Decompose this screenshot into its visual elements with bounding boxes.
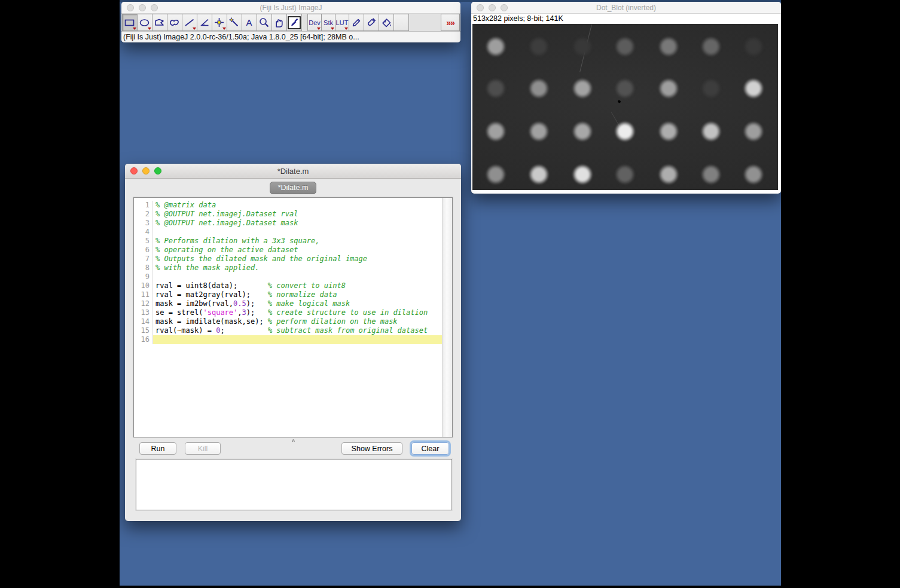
line-number: 10 — [134, 281, 153, 290]
zoom-window-button[interactable] — [154, 167, 161, 174]
image-info-bar: 513x282 pixels; 8-bit; 141K — [471, 14, 781, 23]
line-number: 6 — [134, 246, 153, 255]
close-button[interactable] — [127, 4, 134, 11]
line-content: % @OUTPUT net.imagej.Dataset mask — [153, 219, 442, 228]
tool-rectangle[interactable] — [122, 14, 138, 31]
zoom-window-button[interactable] — [501, 4, 508, 11]
code-line-14[interactable]: 14mask = imdilate(mask,se); % perform di… — [134, 317, 442, 326]
tool-wand[interactable] — [227, 14, 242, 31]
line-number: 14 — [134, 317, 153, 326]
tool-spare — [393, 14, 409, 31]
line-content: % Outputs the dilated mask and the origi… — [153, 255, 442, 264]
imagej-window-controls — [127, 2, 158, 13]
code-line-12[interactable]: 12mask = im2bw(rval,0.5); % make logical… — [134, 299, 442, 308]
dotblot-window-controls — [477, 2, 508, 13]
imagej-titlebar[interactable]: (Fiji Is Just) ImageJ — [121, 2, 460, 14]
tool-polygon[interactable] — [152, 14, 167, 31]
tool-menu-indicator-icon — [133, 27, 136, 30]
tool-point[interactable] — [212, 14, 227, 31]
imagej-toolbar: ADevStkLUT»» — [121, 14, 460, 32]
code-line-7[interactable]: 7% Outputs the dilated mask and the orig… — [134, 255, 442, 264]
blot-dot-r4c5 — [658, 164, 679, 185]
line-content: % Performs dilation with a 3x3 square, — [153, 237, 442, 246]
tool-menu-indicator-icon — [148, 27, 151, 30]
minimize-button[interactable] — [489, 4, 496, 11]
tool-angle[interactable] — [197, 14, 212, 31]
svg-text:A: A — [246, 17, 252, 27]
splitter-grip-icon — [291, 439, 295, 442]
editor-window-controls — [130, 164, 161, 178]
code-line-6[interactable]: 6% operating on the active dataset — [134, 246, 442, 255]
tab-dilate-m[interactable]: *Dilate.m — [270, 182, 317, 194]
code-panel: 1% @matrix data2% @OUTPUT net.imagej.Dat… — [133, 197, 453, 437]
blot-dot-r4c3 — [572, 164, 593, 185]
dotblot-titlebar[interactable]: Dot_Blot (inverted) — [471, 2, 781, 14]
tool-stk[interactable]: Stk — [321, 14, 335, 31]
line-number: 16 — [134, 335, 153, 344]
blot-dot-r1c2 — [529, 36, 549, 57]
tool-oval[interactable] — [137, 14, 152, 31]
editor-titlebar[interactable]: *Dilate.m — [125, 164, 461, 179]
vertical-scrollbar[interactable] — [442, 198, 452, 437]
minimize-button[interactable] — [139, 4, 146, 11]
code-line-16[interactable]: 16 — [134, 335, 442, 344]
code-line-11[interactable]: 11rval = mat2gray(rval); % normalize dat… — [134, 290, 442, 299]
close-button[interactable] — [477, 4, 484, 11]
line-content: % @OUTPUT net.imagej.Dataset rval — [153, 210, 442, 219]
code-line-5[interactable]: 5% Performs dilation with a 3x3 square, — [134, 237, 442, 246]
code-line-3[interactable]: 3% @OUTPUT net.imagej.Dataset mask — [134, 219, 442, 228]
dotblot-window-title: Dot_Blot (inverted) — [596, 4, 656, 12]
tool-more-label: »» — [446, 18, 454, 27]
code-line-8[interactable]: 8% with the mask applied. — [134, 264, 442, 272]
blot-dot-r1c3 — [572, 36, 593, 57]
blot-dot-r3c1 — [486, 121, 506, 142]
dot-blot-image[interactable] — [472, 24, 778, 190]
code-line-4[interactable]: 4 — [134, 228, 442, 237]
kill-button[interactable]: Kill — [185, 442, 221, 455]
tool-pencil[interactable] — [349, 14, 364, 31]
code-line-10[interactable]: 10rval = uint8(data); % convert to uint8 — [134, 281, 442, 290]
editor-output-console[interactable] — [136, 459, 452, 510]
editor-tabstrip: *Dilate.m — [125, 182, 461, 195]
close-button[interactable] — [130, 167, 138, 174]
script-editor-window: *Dilate.m *Dilate.m 1% @matrix data2% @O… — [125, 164, 461, 521]
run-button[interactable]: Run — [139, 442, 176, 455]
code-line-2[interactable]: 2% @OUTPUT net.imagej.Dataset rval — [134, 210, 442, 219]
tool-freehand[interactable] — [167, 14, 182, 31]
zoom-window-button[interactable] — [151, 4, 158, 11]
blot-dot-r1c6 — [701, 36, 721, 57]
blot-dot-r4c7 — [743, 164, 764, 185]
code-editor-area[interactable]: 1% @matrix data2% @OUTPUT net.imagej.Dat… — [134, 198, 442, 437]
tool-hand[interactable] — [271, 14, 287, 31]
line-number: 2 — [134, 210, 153, 219]
code-line-13[interactable]: 13se = strel('square',3); % create struc… — [134, 308, 442, 317]
blot-dot-r2c4 — [615, 78, 635, 99]
code-line-9[interactable]: 9 — [134, 272, 442, 281]
tool-dev[interactable]: Dev — [307, 14, 322, 31]
dotblot-window: Dot_Blot (inverted) 513x282 pixels; 8-bi… — [471, 2, 781, 194]
show-errors-button[interactable]: Show Errors — [341, 442, 402, 455]
blot-dot-r1c1 — [486, 36, 506, 57]
blot-dot-r3c2 — [529, 121, 549, 142]
tool-menu-indicator-icon — [193, 27, 196, 30]
line-number: 1 — [134, 201, 153, 210]
tool-brush[interactable] — [364, 14, 379, 31]
code-line-15[interactable]: 15rval(~mask) = 0; % subtract mask from … — [134, 326, 442, 335]
tool-text[interactable]: A — [242, 14, 257, 31]
tool-fill[interactable] — [379, 14, 394, 31]
line-number: 4 — [134, 228, 153, 237]
blot-dot-r3c7 — [743, 121, 764, 142]
minimize-button[interactable] — [142, 167, 150, 174]
line-content — [153, 272, 442, 281]
tool-lut[interactable]: LUT — [335, 14, 349, 31]
tool-menu-indicator-icon — [344, 27, 348, 30]
tool-more[interactable]: »» — [441, 14, 460, 31]
line-content — [153, 228, 442, 237]
tool-zoom[interactable] — [257, 14, 272, 31]
imagej-window-title: (Fiji Is Just) ImageJ — [260, 4, 322, 12]
code-line-1[interactable]: 1% @matrix data — [134, 201, 442, 210]
editor-button-row: RunKillShow ErrorsClear — [125, 442, 461, 455]
tool-line[interactable] — [182, 14, 197, 31]
tool-dropper[interactable] — [286, 14, 302, 31]
clear-button[interactable]: Clear — [411, 442, 449, 455]
